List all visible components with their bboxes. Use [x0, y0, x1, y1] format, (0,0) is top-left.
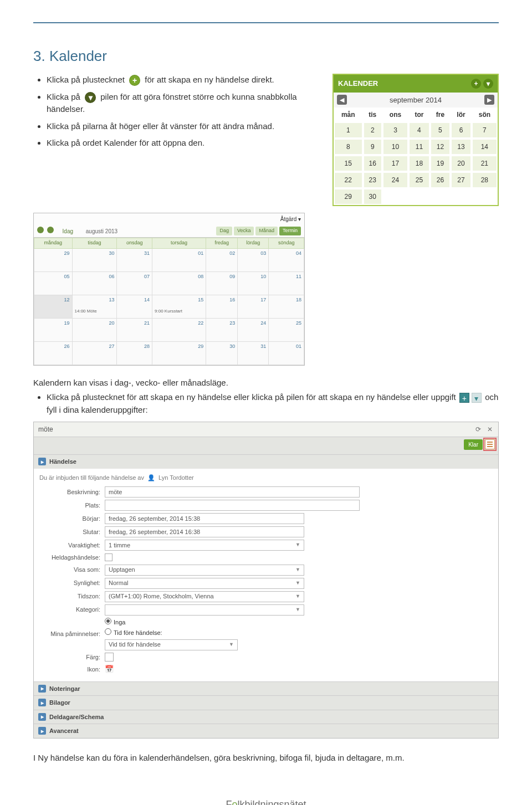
month-day-cell[interactable]: 31: [238, 341, 269, 365]
showas-select[interactable]: Upptagen▼: [105, 565, 304, 576]
month-day-cell[interactable]: 06: [72, 271, 117, 295]
month-day-cell[interactable]: 04: [269, 248, 304, 271]
month-day-cell[interactable]: 17: [238, 295, 269, 318]
calendar-day[interactable]: 1: [334, 122, 363, 139]
calendar-day[interactable]: 10: [382, 139, 408, 155]
month-day-cell[interactable]: 02: [206, 248, 238, 271]
visibility-select[interactable]: Normal▼: [105, 578, 304, 589]
month-day-cell[interactable]: 159:00 Kursstart: [152, 295, 206, 318]
calendar-day[interactable]: 25: [408, 172, 430, 188]
month-day-cell[interactable]: 25: [269, 318, 304, 341]
calendar-day[interactable]: 4: [408, 122, 430, 139]
allday-checkbox[interactable]: [105, 553, 112, 561]
calendar-day[interactable]: 14: [472, 139, 498, 155]
action-dropdown[interactable]: Åtgärd ▾: [280, 215, 301, 223]
month-day-cell[interactable]: 26: [34, 341, 73, 365]
close-icon[interactable]: ✕: [486, 425, 494, 433]
view-btn-week[interactable]: Vecka: [234, 227, 254, 235]
month-day-cell[interactable]: 16: [206, 295, 238, 318]
calendar-day[interactable]: 30: [363, 188, 382, 205]
calendar-day[interactable]: 22: [334, 172, 363, 188]
view-btn-term[interactable]: Termin: [279, 227, 301, 235]
section-header[interactable]: ▸Deldagare/Schema: [34, 710, 498, 724]
calendar-day[interactable]: 8: [334, 139, 363, 155]
month-day-cell[interactable]: 24: [238, 318, 269, 341]
month-day-cell[interactable]: 14: [117, 295, 152, 318]
calendar-day[interactable]: 27: [451, 172, 472, 188]
description-field[interactable]: möte: [105, 486, 360, 498]
prev-month-button[interactable]: ◀: [337, 95, 347, 105]
calendar-day[interactable]: 23: [363, 172, 382, 188]
section-header[interactable]: ▸Bilagor: [34, 695, 498, 710]
plus-icon[interactable]: +: [471, 79, 481, 89]
calendar-day[interactable]: 5: [430, 122, 451, 139]
month-day-cell[interactable]: 20: [72, 318, 117, 341]
duration-select[interactable]: 1 timme▼: [105, 540, 304, 551]
calendar-day[interactable]: [472, 188, 498, 205]
start-field[interactable]: fredag, 26 september, 2014 15:38: [105, 513, 304, 524]
calendar-day[interactable]: [408, 188, 430, 205]
next-month-button[interactable]: ▶: [484, 95, 494, 105]
reminder-before-radio[interactable]: [105, 628, 111, 635]
month-day-cell[interactable]: 05: [34, 271, 73, 295]
month-day-cell[interactable]: 27: [72, 341, 117, 365]
reminder-none-radio[interactable]: [105, 618, 111, 624]
calendar-day[interactable]: 16: [363, 155, 382, 172]
section-header[interactable]: ▸Noteringar: [34, 681, 498, 696]
view-btn-month[interactable]: Månad: [255, 227, 278, 235]
month-day-cell[interactable]: 10: [238, 271, 269, 295]
calendar-day[interactable]: 6: [451, 122, 472, 139]
calendar-day[interactable]: 24: [382, 172, 408, 188]
section-header-event[interactable]: ▸ Händelse: [34, 455, 498, 469]
month-day-cell[interactable]: 1314:00 Möte: [72, 295, 117, 318]
calendar-icon[interactable]: 📅: [105, 664, 114, 675]
save-button[interactable]: Klar: [464, 439, 483, 450]
month-day-cell[interactable]: 01: [152, 248, 206, 271]
calendar-day[interactable]: 9: [363, 139, 382, 155]
month-day-cell[interactable]: 23: [206, 318, 238, 341]
month-day-cell[interactable]: 31: [117, 248, 152, 271]
calendar-day[interactable]: 12: [430, 139, 451, 155]
view-btn-day[interactable]: Dag: [216, 227, 232, 235]
month-day-cell[interactable]: 21: [117, 318, 152, 341]
today-link[interactable]: Idag: [63, 228, 73, 234]
month-day-cell[interactable]: 01: [269, 341, 304, 365]
month-day-cell[interactable]: 19: [34, 318, 73, 341]
month-day-cell[interactable]: 11: [269, 271, 304, 295]
calendar-day[interactable]: 29: [334, 188, 363, 205]
calendar-day[interactable]: [382, 188, 408, 205]
calendar-day[interactable]: 13: [451, 139, 472, 155]
section-header[interactable]: ▸Avancerat: [34, 724, 498, 738]
month-day-cell[interactable]: 09: [206, 271, 238, 295]
refresh-icon[interactable]: ⟳: [474, 425, 482, 433]
month-day-cell[interactable]: 07: [117, 271, 152, 295]
event-chip[interactable]: 14:00 Möte: [75, 308, 115, 315]
calendar-day[interactable]: 17: [382, 155, 408, 172]
month-day-cell[interactable]: 29: [152, 341, 206, 365]
month-day-cell[interactable]: 28: [117, 341, 152, 365]
month-day-cell[interactable]: 30: [72, 248, 117, 271]
plus-icon[interactable]: [37, 227, 44, 233]
month-day-cell[interactable]: 22: [152, 318, 206, 341]
expand-icon[interactable]: ▾: [483, 79, 493, 89]
calendar-day[interactable]: 2: [363, 122, 382, 139]
month-day-cell[interactable]: 12: [34, 295, 73, 318]
calendar-day[interactable]: 21: [472, 155, 498, 172]
end-field[interactable]: fredag, 26 september, 2014 16:38: [105, 526, 304, 537]
month-day-cell[interactable]: 30: [206, 341, 238, 365]
calendar-day[interactable]: 18: [408, 155, 430, 172]
category-select[interactable]: ▼: [105, 604, 304, 616]
color-swatch[interactable]: [105, 653, 114, 662]
place-field[interactable]: [105, 500, 360, 511]
calendar-day[interactable]: 11: [408, 139, 430, 155]
reminder-at-select[interactable]: Vid tid för händelse▼: [105, 639, 238, 650]
month-day-cell[interactable]: 03: [238, 248, 269, 271]
calendar-day[interactable]: [430, 188, 451, 205]
menu-button[interactable]: [485, 439, 495, 449]
month-day-cell[interactable]: 18: [269, 295, 304, 318]
calendar-day[interactable]: 26: [430, 172, 451, 188]
month-day-cell[interactable]: 08: [152, 271, 206, 295]
calendar-day[interactable]: 19: [430, 155, 451, 172]
expand-icon[interactable]: [47, 227, 54, 233]
month-day-cell[interactable]: 29: [34, 248, 73, 271]
